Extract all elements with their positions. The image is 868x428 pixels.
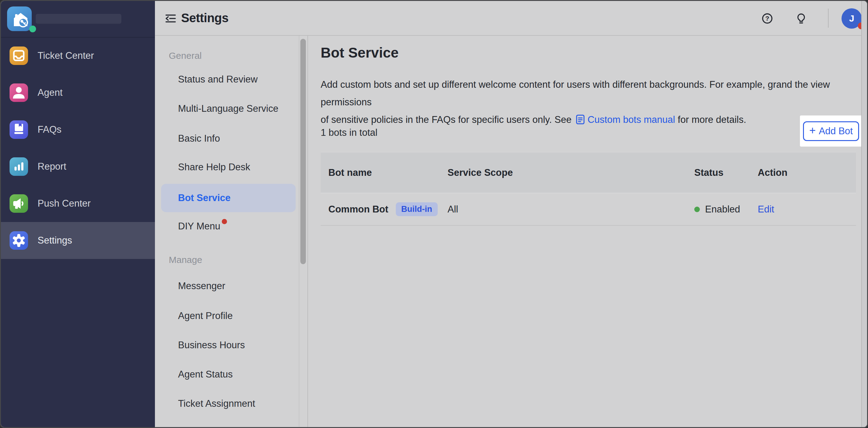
add-bot-button[interactable]: + Add Bot: [803, 121, 859, 141]
section-title: Bot Service: [321, 44, 399, 61]
column-header-action: Action: [758, 167, 856, 178]
menu-section-general: General: [169, 51, 202, 62]
avatar-initial: J: [849, 13, 855, 24]
custom-bots-manual-link[interactable]: Custom bots manual: [587, 114, 675, 125]
column-header-bot-name: Bot name: [321, 167, 447, 178]
menu-item-multi-language-service[interactable]: Multi-Language Service: [161, 95, 296, 123]
window: Ticket Center Agent FAQs: [0, 0, 868, 428]
sidebar-header: [1, 1, 155, 38]
menu-item-ticket-assignment[interactable]: Ticket Assignment: [161, 390, 296, 418]
agent-icon: [9, 84, 28, 102]
menu-section-manage: Manage: [169, 255, 202, 266]
settings-menu-panel: General Status and Review Multi-Language…: [155, 36, 308, 427]
bots-total-count: 1 bots in total: [321, 127, 377, 138]
table-row: Common Bot Build-in All Enabled Edit: [321, 193, 856, 226]
ticket-center-icon: [9, 46, 28, 65]
sidebar-item-push-center[interactable]: Push Center: [1, 185, 155, 222]
online-status-dot: [29, 26, 36, 32]
sidebar-item-report[interactable]: Report: [1, 148, 155, 185]
sidebar-item-label: Settings: [38, 235, 72, 246]
main-content: Bot Service Add custom bots and set up d…: [308, 36, 862, 427]
window-scrollbar-gutter[interactable]: [861, 1, 867, 427]
table-header-row: Bot name Service Scope Status Action: [321, 152, 856, 193]
app-logo-icon[interactable]: [7, 6, 32, 31]
svg-text:?: ?: [766, 15, 769, 22]
topbar-divider: [828, 9, 829, 28]
edit-link[interactable]: Edit: [758, 204, 774, 215]
push-center-icon: [9, 194, 28, 213]
enabled-status-dot: [694, 207, 700, 212]
diy-menu-alert-dot: [222, 219, 227, 224]
help-icon[interactable]: ?: [762, 12, 773, 24]
menu-item-basic-info[interactable]: Basic Info: [161, 124, 296, 153]
add-bot-label: Add Bot: [819, 126, 852, 137]
menu-item-label: Ticket Assignment: [178, 398, 255, 409]
status-value: Enabled: [705, 204, 740, 215]
faqs-icon: [9, 121, 28, 139]
menu-item-label: Basic Info: [178, 133, 220, 144]
menu-scrollbar-track: [299, 36, 300, 427]
bot-name: Common Bot: [328, 204, 389, 215]
menu-item-label: DIY Menu: [178, 221, 220, 232]
column-header-service-scope: Service Scope: [447, 167, 694, 178]
built-in-badge: Build-in: [396, 202, 438, 216]
sidebar-item-ticket-center[interactable]: Ticket Center: [1, 37, 155, 74]
menu-item-agent-status[interactable]: Agent Status: [161, 360, 296, 389]
top-bar: Settings ? J: [155, 1, 862, 36]
column-header-status: Status: [694, 167, 758, 178]
plus-icon: +: [809, 125, 816, 136]
settings-icon: [9, 231, 28, 250]
workspace-name-redacted: [36, 14, 121, 24]
sidebar-item-settings[interactable]: Settings: [1, 222, 155, 259]
description-line1: Add custom bots and set up different wel…: [321, 79, 830, 107]
sidebar-item-label: FAQs: [38, 124, 62, 135]
menu-item-messenger[interactable]: Messenger: [161, 272, 296, 300]
menu-item-label: Status and Review: [178, 74, 257, 85]
report-icon: [9, 157, 28, 176]
menu-item-label: Agent Status: [178, 369, 233, 380]
lightbulb-icon[interactable]: [795, 12, 807, 24]
menu-item-label: Share Help Desk: [178, 162, 250, 173]
app-sidebar: Ticket Center Agent FAQs: [1, 1, 155, 427]
menu-item-status-and-review[interactable]: Status and Review: [161, 65, 296, 94]
service-scope-value: All: [447, 204, 694, 215]
menu-item-bot-service[interactable]: Bot Service: [161, 184, 296, 212]
menu-item-agent-profile[interactable]: Agent Profile: [161, 302, 296, 330]
sidebar-item-label: Agent: [38, 87, 63, 98]
menu-scrollbar-thumb[interactable]: [300, 39, 306, 264]
menu-item-diy-menu[interactable]: DIY Menu: [161, 212, 296, 240]
description-line2-prefix: of sensitive policies in the FAQs for sp…: [321, 114, 571, 125]
sidebar-item-faqs[interactable]: FAQs: [1, 111, 155, 148]
menu-item-label: Business Hours: [178, 340, 245, 351]
sidebar-item-agent[interactable]: Agent: [1, 74, 155, 111]
menu-item-label: Messenger: [178, 281, 225, 292]
bots-table: Bot name Service Scope Status Action Com…: [321, 152, 856, 226]
menu-item-share-help-desk[interactable]: Share Help Desk: [161, 153, 296, 182]
menu-item-business-hours[interactable]: Business Hours: [161, 331, 296, 359]
sidebar-item-label: Ticket Center: [38, 50, 94, 61]
sidebar-item-label: Report: [38, 161, 66, 172]
menu-item-label: Multi-Language Service: [178, 103, 278, 114]
status-cell: Enabled: [694, 204, 758, 215]
section-description: Add custom bots and set up different wel…: [321, 76, 853, 128]
page-title: Settings: [181, 11, 228, 25]
menu-item-label: Agent Profile: [178, 310, 233, 322]
sidebar-item-label: Push Center: [38, 198, 91, 209]
document-icon: [576, 112, 585, 122]
description-line2-suffix: for more details.: [678, 114, 746, 125]
menu-fold-icon[interactable]: [165, 14, 176, 23]
menu-item-label: Bot Service: [178, 192, 231, 203]
